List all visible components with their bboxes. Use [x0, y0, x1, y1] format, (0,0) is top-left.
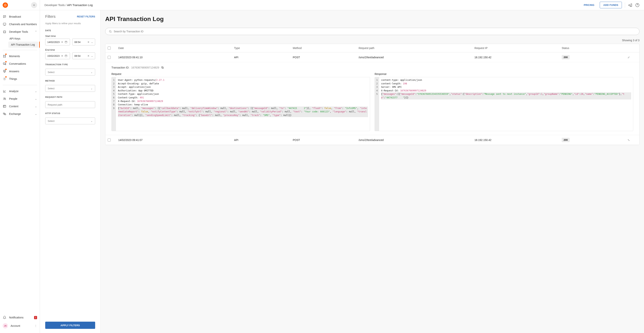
sidebar-item-answers[interactable]: Answers — [0, 68, 40, 75]
log-area: API Transaction Log Showing 3 of 3 Date … — [101, 10, 644, 333]
end-date-input[interactable]: 15/02/2023 ✕ — [45, 52, 70, 59]
svg-point-9 — [4, 71, 4, 71]
sidebar-item-label: Channels and Numbers — [9, 23, 37, 26]
select-all-checkbox[interactable] — [108, 46, 111, 50]
request-title: Request — [112, 72, 370, 76]
search-input[interactable] — [114, 30, 636, 33]
notifications-label: Notifications — [9, 316, 32, 319]
things-icon — [3, 77, 6, 81]
apply-filters-button[interactable]: APPLY FILTERS — [45, 322, 95, 329]
table-row[interactable]: 14/02/2023 09:41:07 API POST /sms/2/text… — [106, 135, 639, 145]
row-checkbox[interactable] — [108, 56, 111, 59]
request-path-input[interactable] — [45, 101, 95, 108]
more-icon[interactable]: ⋮ — [34, 324, 37, 327]
sidebar-item-label: Exchange — [9, 112, 32, 116]
status-badge: 200 — [562, 138, 570, 142]
sidebar-item-developer-tools[interactable]: Developer Tools⌃ — [0, 28, 40, 36]
response-title: Response — [374, 72, 633, 76]
response-code: 12345 content-type: application/jsoncont… — [374, 77, 633, 131]
svg-point-13 — [5, 98, 6, 99]
method-label: METHOD — [45, 80, 95, 82]
analyze-icon — [3, 89, 6, 93]
sidebar-item-label: Analyze — [9, 90, 32, 93]
search-icon — [109, 30, 112, 33]
cell-path: /sms/2/text/advanced — [358, 56, 473, 59]
sidebar-item-things[interactable]: Things — [0, 75, 40, 83]
start-time-label: Start time — [45, 34, 95, 38]
clear-icon[interactable]: ✕ — [61, 54, 63, 57]
calendar-icon[interactable] — [65, 41, 67, 43]
channels-icon — [3, 22, 6, 26]
copy-icon[interactable] — [161, 66, 164, 69]
sidebar-subitem-api-transaction-log[interactable]: API Transaction Log — [8, 42, 38, 48]
conversations-icon — [3, 62, 6, 66]
svg-point-7 — [5, 57, 6, 57]
avatar: JS — [3, 323, 8, 328]
sidebar-subitem-api-keys[interactable]: API Keys — [7, 36, 40, 42]
transactions-table: Date Type Method Request path Request IP… — [105, 44, 640, 145]
sidebar-item-label: People — [9, 97, 32, 100]
sidebar-item-people[interactable]: People⌄ — [0, 95, 40, 102]
sidebar-account[interactable]: JS Account ⋮ — [0, 321, 40, 330]
chevron-icon: ⌄ — [35, 90, 37, 93]
col-date: Date — [118, 46, 232, 50]
svg-rect-14 — [3, 105, 6, 108]
chevron-down-icon: ⌄ — [90, 120, 93, 122]
start-date-input[interactable]: 14/02/2023 ✕ — [45, 38, 70, 46]
clear-icon[interactable]: ✕ — [61, 41, 63, 44]
search-input-wrap[interactable] — [105, 28, 640, 35]
expand-icon[interactable]: ⤡ — [628, 138, 630, 142]
breadcrumb-parent[interactable]: Developer Tools — [44, 4, 65, 6]
txn-id-label: Transaction ID: — [112, 66, 129, 69]
sidebar-item-analyze[interactable]: Analyze⌄ — [0, 88, 40, 95]
start-time-input[interactable]: 08:54 ✕ ⌄ — [72, 38, 95, 46]
collapse-icon[interactable]: ⤢ — [628, 56, 630, 59]
help-icon[interactable] — [635, 3, 640, 7]
sidebar-item-label: Moments — [9, 55, 37, 58]
chevron-down-icon[interactable]: ⌄ — [91, 41, 93, 44]
sidebar-item-label: Content — [9, 105, 32, 108]
http-status-select[interactable]: Select⌄ — [45, 118, 95, 124]
announce-icon[interactable] — [628, 3, 632, 7]
filters-title: Filters — [45, 14, 56, 19]
sidebar-item-broadcast[interactable]: Broadcast — [0, 13, 40, 20]
sidebar-item-exchange[interactable]: Exchange⌄ — [0, 110, 40, 118]
http-status-label: HTTP STATUS — [45, 112, 95, 114]
breadcrumb: Developer Tools / API Transaction Log — [44, 4, 578, 6]
svg-rect-18 — [65, 41, 67, 43]
sidebar-notifications[interactable]: Notifications 1 — [0, 314, 40, 321]
sidebar-item-label: Broadcast — [9, 15, 37, 18]
col-path: Request path — [358, 46, 473, 50]
reset-filters-link[interactable]: RESET FILTERS — [77, 15, 95, 18]
clear-icon[interactable]: ✕ — [88, 41, 90, 44]
method-select[interactable]: Select⌄ — [45, 85, 95, 92]
row-checkbox[interactable] — [108, 138, 111, 142]
txn-type-select[interactable]: Select⌄ — [45, 69, 95, 76]
devtools-icon — [3, 30, 6, 34]
add-funds-button[interactable]: ADD FUNDS — [600, 2, 622, 8]
sidebar-item-label: Answers — [9, 70, 37, 73]
chevron-icon: ⌃ — [35, 30, 37, 33]
sidebar-item-moments[interactable]: Moments — [0, 52, 40, 60]
calendar-icon[interactable] — [65, 54, 67, 57]
sidebar-item-label: Developer Tools — [9, 30, 32, 33]
sidebar-item-content[interactable]: Content⌄ — [0, 102, 40, 110]
brand-logo[interactable] — [3, 2, 8, 8]
sidebar-item-channels-and-numbers[interactable]: Channels and Numbers — [0, 20, 40, 28]
sidebar-item-conversations[interactable]: Conversations — [0, 60, 40, 68]
nav: BroadcastChannels and NumbersDeveloper T… — [0, 10, 40, 312]
sidebar-collapse-button[interactable] — [31, 2, 37, 8]
broadcast-icon — [3, 15, 6, 18]
pricing-link[interactable]: PRICING — [582, 2, 596, 8]
svg-rect-16 — [5, 114, 6, 115]
svg-rect-2 — [3, 23, 6, 25]
breadcrumb-current: API Transaction Log — [67, 4, 93, 6]
end-time-input[interactable]: 08:54 ✕ ⌄ — [72, 52, 95, 59]
table-row[interactable]: 14/02/2023 09:41:10 API POST /sms/2/text… — [106, 52, 639, 62]
cell-type: API — [234, 56, 291, 59]
svg-point-1 — [5, 5, 6, 6]
cell-date: 14/02/2023 09:41:07 — [118, 138, 232, 142]
clear-icon[interactable]: ✕ — [88, 54, 90, 57]
moments-icon — [3, 54, 6, 58]
chevron-down-icon[interactable]: ⌄ — [91, 54, 93, 57]
